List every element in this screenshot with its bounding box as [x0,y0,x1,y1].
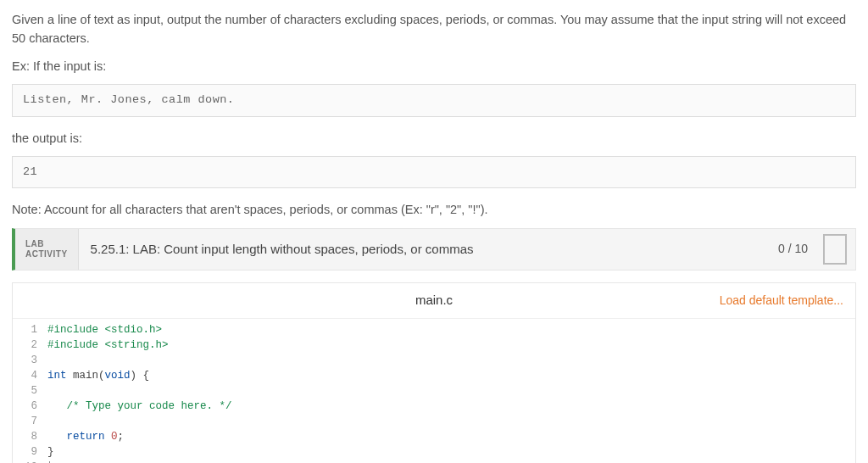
code-editor-card: main.c Load default template... 1 2 3 4 … [12,282,856,463]
file-tab[interactable]: main.c [415,291,453,310]
problem-example-intro: Ex: If the input is: [12,57,856,75]
lab-label-top: LAB [25,239,68,249]
code-line[interactable]: /* Type your code here. */ [47,399,232,414]
lab-activity-header: LAB ACTIVITY 5.25.1: LAB: Count input le… [12,228,856,271]
line-number: 5 [25,383,37,399]
line-number: 4 [25,368,37,383]
lab-label-bottom: ACTIVITY [25,249,68,259]
problem-note: Note: Account for all characters that ar… [12,200,856,219]
line-number: 6 [25,399,37,414]
line-number: 1 [25,322,37,337]
code-line[interactable]: #include <stdio.h> [47,322,232,337]
code-line[interactable] [47,414,232,429]
line-number: 3 [25,353,37,368]
lab-label: LAB ACTIVITY [15,229,79,270]
example-input-box: Listen, Mr. Jones, calm down. [12,84,856,116]
code-line[interactable]: } [47,444,232,460]
code-line[interactable] [47,353,232,368]
line-number: 2 [25,337,37,353]
file-tab-row: main.c Load default template... [13,283,855,319]
load-default-template-link[interactable]: Load default template... [720,292,843,310]
line-number: 8 [25,429,37,444]
code-line[interactable] [47,460,232,463]
problem-description-1: Given a line of text as input, output th… [12,10,856,48]
line-number: 9 [25,444,37,460]
line-number: 10 [25,460,37,463]
code-line[interactable]: #include <string.h> [47,337,232,353]
problem-output-intro: the output is: [12,129,856,148]
code-line[interactable]: return 0; [47,429,232,444]
code-line[interactable] [47,383,232,399]
document-icon[interactable] [823,236,847,265]
example-output-box: 21 [12,156,856,188]
code-line[interactable]: int main(void) { [47,368,232,383]
lab-title: 5.25.1: LAB: Count input length without … [79,229,766,270]
code-content[interactable]: #include <stdio.h> #include <string.h> i… [44,322,232,463]
code-editor[interactable]: 1 2 3 4 5 6 7 8 9 10 #include <stdio.h> … [13,319,855,463]
line-number-gutter: 1 2 3 4 5 6 7 8 9 10 [13,322,44,463]
line-number: 7 [25,414,37,429]
lab-score: 0 / 10 [766,229,820,270]
